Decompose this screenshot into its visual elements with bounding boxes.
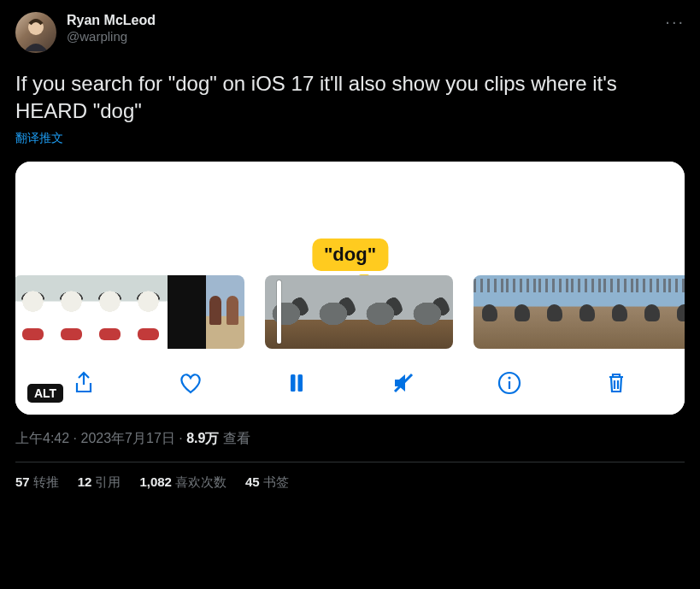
meta-dot: · <box>69 431 80 445</box>
media-controls <box>15 351 685 415</box>
video-frame <box>603 275 636 349</box>
info-icon[interactable] <box>494 368 525 398</box>
trash-icon[interactable] <box>601 368 632 398</box>
meta-date: 2023年7月17日 <box>80 431 174 445</box>
video-frame <box>668 275 685 349</box>
media-card[interactable]: "dog" <box>15 162 685 415</box>
tweet-meta[interactable]: 上午4:42 · 2023年7月17日 · 8.9万 查看 <box>15 430 685 448</box>
video-frame <box>506 275 538 349</box>
search-term-bubble: "dog" <box>312 239 388 271</box>
stat-label: 书签 <box>263 474 289 489</box>
handle: @warpling <box>67 29 156 45</box>
media-top-area: "dog" <box>15 162 685 273</box>
divider <box>15 462 685 462</box>
tweet-header: Ryan McLeod @warpling ··· <box>15 12 685 53</box>
video-frame <box>636 275 668 349</box>
quotes-stat[interactable]: 12引用 <box>78 474 121 491</box>
avatar[interactable] <box>15 12 56 53</box>
translate-link[interactable]: 翻译推文 <box>15 131 63 146</box>
avatar-image <box>15 12 56 53</box>
stat-label: 引用 <box>95 474 121 489</box>
video-frame <box>359 275 406 349</box>
video-frame <box>52 275 91 349</box>
video-frame <box>406 275 453 349</box>
tweet-text: If you search for "dog" on iOS 17 it'll … <box>15 70 685 126</box>
video-frame <box>168 275 206 349</box>
share-icon[interactable] <box>68 368 99 398</box>
stat-label: 转推 <box>33 474 59 489</box>
video-frame <box>474 275 506 349</box>
video-frame <box>571 275 603 349</box>
mute-icon[interactable] <box>388 368 419 398</box>
more-options-icon[interactable]: ··· <box>665 12 685 32</box>
stat-number: 12 <box>78 474 92 489</box>
video-timeline-strip[interactable] <box>15 273 685 351</box>
display-name: Ryan McLeod <box>67 12 156 29</box>
clip-group[interactable] <box>474 275 685 349</box>
svg-point-5 <box>509 376 511 379</box>
stat-number: 57 <box>15 474 30 489</box>
meta-time: 上午4:42 <box>15 431 69 445</box>
likes-stat[interactable]: 1,082喜欢次数 <box>139 474 226 491</box>
playhead-scrubber[interactable] <box>277 280 281 344</box>
stat-number: 45 <box>245 474 260 489</box>
stat-label: 喜欢次数 <box>175 474 226 489</box>
tweet-container: Ryan McLeod @warpling ··· If you search … <box>0 0 700 491</box>
video-frame <box>129 275 168 349</box>
pause-icon[interactable] <box>281 368 312 398</box>
svg-rect-1 <box>291 374 296 392</box>
meta-dot: · <box>175 431 186 445</box>
video-frame <box>206 275 244 349</box>
heart-icon[interactable] <box>175 368 206 398</box>
tweet-stats: 57转推 12引用 1,082喜欢次数 45书签 <box>15 474 685 491</box>
bookmarks-stat[interactable]: 45书签 <box>245 474 289 491</box>
views-label: 查看 <box>219 431 250 445</box>
clip-group[interactable] <box>15 275 244 349</box>
video-frame <box>15 275 52 349</box>
alt-badge[interactable]: ALT <box>27 384 63 403</box>
video-frame <box>91 275 129 349</box>
clip-group-active[interactable] <box>265 275 453 349</box>
author-names[interactable]: Ryan McLeod @warpling <box>67 12 156 45</box>
svg-rect-2 <box>298 374 303 392</box>
stat-number: 1,082 <box>139 474 172 489</box>
video-frame <box>265 275 312 349</box>
video-frame <box>312 275 359 349</box>
video-frame <box>538 275 571 349</box>
views-count: 8.9万 <box>186 431 219 445</box>
retweets-stat[interactable]: 57转推 <box>15 474 59 491</box>
